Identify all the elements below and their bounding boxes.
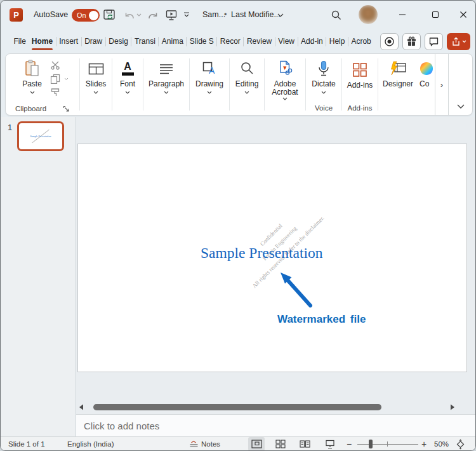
- scrollbar-thumb[interactable]: [93, 404, 381, 410]
- copy-button[interactable]: [50, 74, 60, 84]
- designer-button[interactable]: Designer: [378, 54, 418, 115]
- save-icon[interactable]: [103, 8, 116, 22]
- zoom-slider-track[interactable]: [357, 444, 418, 445]
- slide-title-text[interactable]: Sample Presentation: [201, 245, 323, 262]
- designer-icon: [389, 59, 407, 78]
- scroll-left-arrow-icon[interactable]: [77, 404, 85, 410]
- paste-chevron-icon[interactable]: [30, 91, 35, 94]
- powerpoint-logo-icon[interactable]: P: [10, 8, 23, 22]
- designer-label: Designer: [383, 80, 413, 88]
- tab-insert[interactable]: Insert: [56, 29, 81, 53]
- tab-record[interactable]: Recor: [217, 29, 243, 53]
- redo-icon[interactable]: [147, 10, 159, 21]
- zoom-out-button[interactable]: −: [347, 437, 352, 451]
- paste-button[interactable]: Paste: [17, 59, 48, 97]
- copilot-icon: [420, 59, 433, 78]
- tab-file[interactable]: File: [11, 29, 29, 53]
- notes-placeholder[interactable]: Click to add notes: [84, 421, 159, 431]
- slides-menu-button[interactable]: Slides: [80, 54, 112, 115]
- start-slideshow-icon[interactable]: [165, 9, 178, 22]
- add-ins-grid-icon: [352, 60, 367, 79]
- horizontal-scrollbar[interactable]: [76, 402, 475, 412]
- autosave-toggle[interactable]: On: [72, 9, 100, 22]
- voice-group-label: Voice: [315, 104, 333, 115]
- tab-design[interactable]: Desig: [106, 29, 131, 53]
- tab-add-ins[interactable]: Add-in: [298, 29, 326, 53]
- font-chevron-icon: [125, 91, 130, 94]
- toggle-knob: [89, 11, 98, 20]
- share-button[interactable]: [447, 33, 470, 50]
- clipboard-dialog-launcher-icon[interactable]: [63, 105, 70, 112]
- record-button[interactable]: [380, 33, 399, 50]
- copilot-label: Co: [420, 80, 429, 88]
- ribbon-overflow-button[interactable]: ›: [435, 54, 449, 115]
- search-icon[interactable]: [331, 10, 342, 21]
- document-title[interactable]: Sam...: [202, 10, 225, 19]
- zoom-in-button[interactable]: +: [421, 437, 426, 451]
- slide-thumbnail-panel: 1 Sample Presentation: [1, 117, 76, 436]
- language-indicator[interactable]: English (India): [67, 437, 114, 451]
- tab-draw[interactable]: Draw: [82, 29, 105, 53]
- editing-label: Editing: [235, 80, 259, 88]
- tab-transitions[interactable]: Transi: [131, 29, 158, 53]
- fit-to-window-icon: [455, 439, 466, 450]
- title-chevron-down-icon[interactable]: [277, 13, 284, 17]
- add-ins-group-label: Add-ins: [348, 104, 373, 115]
- reading-view-button[interactable]: [296, 437, 313, 451]
- collapse-ribbon-button[interactable]: [449, 54, 472, 115]
- tab-help[interactable]: Help: [326, 29, 348, 53]
- slideshow-view-icon: [325, 440, 335, 449]
- normal-view-button[interactable]: [248, 437, 265, 451]
- undo-chevron-icon[interactable]: [136, 13, 142, 17]
- format-painter-button[interactable]: [50, 88, 60, 97]
- document-saved-status[interactable]: Last Modifie...: [231, 10, 281, 19]
- tab-slide-show[interactable]: Slide S: [187, 29, 216, 53]
- cut-button[interactable]: [50, 60, 60, 70]
- slide[interactable]: Confidential Prestin Engineering All rig…: [77, 144, 467, 372]
- tab-review[interactable]: Review: [244, 29, 274, 53]
- add-ins-button[interactable]: Add-ins: [347, 59, 373, 90]
- tab-view[interactable]: View: [275, 29, 298, 53]
- quick-access-toolbar-chevron-icon[interactable]: [183, 11, 190, 18]
- ribbon-tab-row: File Home Insert Draw Desig Transi Anima…: [1, 29, 475, 53]
- user-avatar[interactable]: [359, 5, 378, 24]
- dictate-button[interactable]: Dictate: [312, 59, 335, 94]
- zoom-level[interactable]: 50%: [434, 437, 449, 451]
- adobe-acrobat-button[interactable]: Adobe Acrobat: [265, 54, 305, 115]
- copy-chevron-icon[interactable]: [64, 77, 69, 81]
- close-button[interactable]: [454, 6, 473, 23]
- adobe-acrobat-icon: [277, 59, 293, 78]
- comments-button[interactable]: [425, 33, 443, 50]
- clipboard-group-label: Clipboard: [15, 105, 46, 112]
- editing-menu-button[interactable]: Editing: [230, 54, 264, 115]
- status-bar: Slide 1 of 1 English (India) Notes: [1, 436, 475, 450]
- editing-search-icon: [240, 59, 254, 78]
- notes-pane[interactable]: Click to add notes: [76, 414, 475, 436]
- notes-toggle-button[interactable]: Notes: [189, 437, 220, 451]
- powerpoint-window: P AutoSave On: [0, 0, 476, 451]
- minimize-button[interactable]: [393, 6, 412, 23]
- font-label: Font: [120, 80, 135, 88]
- tab-animations[interactable]: Anima: [159, 29, 186, 53]
- undo-icon[interactable]: [124, 10, 135, 21]
- drawing-menu-button[interactable]: A Drawing: [190, 54, 229, 115]
- copilot-button[interactable]: Co: [418, 54, 435, 115]
- tab-home[interactable]: Home: [29, 29, 55, 53]
- annotation-label: Watermarked file: [277, 313, 366, 326]
- maximize-button[interactable]: [426, 6, 445, 23]
- overflow-arrow-icon: ›: [440, 80, 443, 90]
- slideshow-view-button[interactable]: [322, 437, 338, 451]
- fit-slide-to-window-button[interactable]: [455, 437, 466, 451]
- dictate-label: Dictate: [312, 80, 335, 88]
- paragraph-menu-button[interactable]: Paragraph: [143, 54, 189, 115]
- tab-acrobat[interactable]: Acrob: [348, 29, 374, 53]
- font-menu-button[interactable]: A Font: [112, 54, 143, 115]
- zoom-slider-thumb[interactable]: [369, 440, 373, 448]
- add-ins-label: Add-ins: [347, 81, 373, 90]
- whats-new-gift-button[interactable]: [402, 33, 421, 50]
- slide-indicator[interactable]: Slide 1 of 1: [8, 437, 45, 451]
- slide-thumbnail[interactable]: Sample Presentation: [17, 121, 64, 151]
- scroll-right-arrow-icon[interactable]: [449, 404, 456, 410]
- font-icon: A: [122, 59, 134, 78]
- slide-sorter-view-button[interactable]: [272, 437, 289, 451]
